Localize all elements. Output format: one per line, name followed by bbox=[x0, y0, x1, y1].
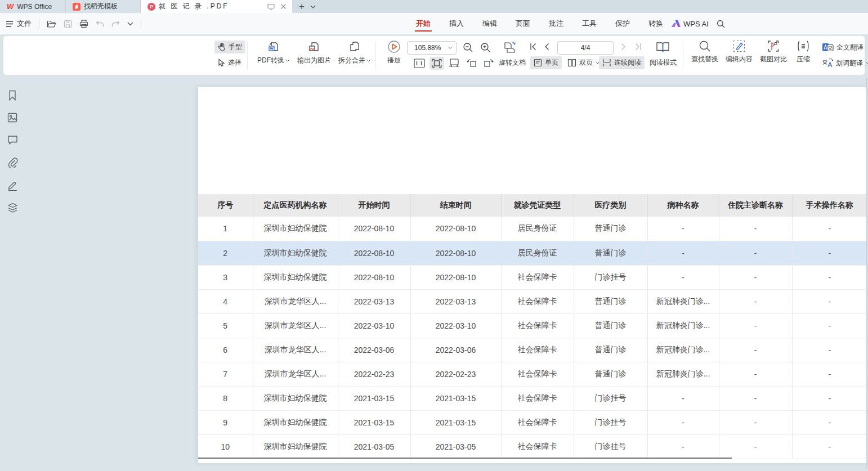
table-cell: - bbox=[792, 386, 867, 410]
continuous-read-button[interactable]: 连续阅读 bbox=[599, 56, 645, 69]
tab-list-chevron-icon[interactable] bbox=[310, 5, 316, 8]
table-cell: 新冠肺炎门诊... bbox=[647, 338, 719, 362]
monitor-icon[interactable] bbox=[267, 3, 275, 10]
play-button[interactable]: 播放 bbox=[382, 40, 406, 65]
actual-size-button[interactable] bbox=[414, 59, 425, 68]
table-cell: 2 bbox=[198, 241, 253, 265]
zoom-in-icon bbox=[480, 42, 491, 53]
cursor-icon bbox=[218, 59, 225, 67]
redo-icon[interactable] bbox=[111, 20, 120, 28]
select-tool-button[interactable]: 选择 bbox=[214, 56, 245, 69]
file-menu-button[interactable]: 文件 bbox=[6, 19, 32, 29]
table-header-cell: 定点医药机构名称 bbox=[253, 194, 338, 217]
swap-pages-button[interactable] bbox=[502, 41, 517, 54]
pdf-page: 序号定点医药机构名称开始时间结束时间就诊凭证类型医疗类别病种名称住院主诊断名称手… bbox=[198, 87, 867, 463]
open-folder-icon[interactable] bbox=[47, 20, 56, 28]
rotate-right-button[interactable] bbox=[483, 58, 494, 68]
table-cell: 深圳市龙华区人... bbox=[253, 289, 338, 313]
table-cell: - bbox=[647, 241, 719, 265]
full-translate-button[interactable]: 全文翻译 bbox=[818, 41, 867, 54]
word-translate-button[interactable]: 划词翻译 bbox=[818, 56, 868, 70]
table-row: 8深圳市妇幼保健院2021-03-152021-03-15社会保障卡门诊挂号--… bbox=[198, 386, 867, 410]
single-page-button[interactable]: 单页 bbox=[530, 56, 562, 69]
save-icon[interactable] bbox=[64, 20, 72, 28]
rotate-doc-button[interactable]: 旋转文档 bbox=[495, 56, 529, 69]
table-cell: - bbox=[719, 362, 792, 386]
one-to-one-icon bbox=[414, 59, 425, 68]
pdf-convert-button[interactable]: PDF转换 bbox=[255, 40, 292, 65]
undo-icon[interactable] bbox=[96, 20, 104, 28]
tab-document-pdf[interactable]: P 就 医 记 录 .PDF bbox=[141, 0, 262, 13]
wps-logo-icon: W bbox=[7, 2, 14, 11]
fit-page-button[interactable] bbox=[429, 57, 444, 70]
read-mode-icon-box[interactable] bbox=[655, 41, 670, 54]
table-cell: 新冠肺炎门诊... bbox=[647, 289, 719, 313]
table-cell: 深圳市龙华区人... bbox=[253, 338, 338, 362]
zoom-in-button[interactable] bbox=[480, 42, 491, 53]
table-cell: 居民身份证 bbox=[501, 217, 574, 241]
table-header-cell: 结束时间 bbox=[410, 194, 501, 217]
menu-tab-2[interactable]: 编辑 bbox=[481, 14, 498, 34]
next-page-button[interactable] bbox=[621, 43, 627, 51]
table-cell: 2022-03-06 bbox=[338, 338, 410, 362]
menu-tab-5[interactable]: 工具 bbox=[581, 14, 598, 34]
table-header-cell: 病种名称 bbox=[647, 194, 719, 217]
table-cell: 9 bbox=[198, 410, 253, 434]
split-merge-button[interactable]: 拆分合并 bbox=[336, 40, 373, 65]
table-header-cell: 住院主诊断名称 bbox=[719, 194, 792, 217]
menu-search-icon[interactable] bbox=[717, 20, 725, 28]
table-cell: - bbox=[719, 434, 792, 459]
export-image-button[interactable]: 输出为图片 bbox=[294, 40, 334, 65]
rotate-left-button[interactable] bbox=[467, 58, 477, 68]
double-page-button[interactable]: 双页 bbox=[564, 56, 603, 69]
menu-tab-3[interactable]: 页面 bbox=[514, 14, 531, 34]
layers-icon[interactable] bbox=[7, 203, 18, 213]
menu-tab-6[interactable]: 保护 bbox=[614, 14, 631, 34]
comment-icon[interactable] bbox=[7, 135, 18, 145]
screenshot-compare-button[interactable]: 截图对比 bbox=[757, 40, 790, 64]
table-cell: - bbox=[792, 241, 867, 265]
page-number-input[interactable] bbox=[557, 41, 614, 55]
attachment-icon[interactable] bbox=[7, 158, 18, 168]
last-page-button[interactable] bbox=[634, 43, 642, 51]
quickbar-chevron-icon[interactable] bbox=[127, 22, 133, 26]
chevron-down-icon bbox=[285, 59, 290, 62]
new-tab-button[interactable]: + bbox=[299, 2, 305, 11]
tab-label: WPS Office bbox=[17, 3, 52, 11]
edit-content-button[interactable]: 编辑内容 bbox=[723, 40, 755, 64]
fit-width-button[interactable] bbox=[449, 59, 460, 67]
tab-docer-templates[interactable]: 找稻壳模板 bbox=[66, 0, 141, 13]
menu-tab-0[interactable]: 开始 bbox=[415, 14, 432, 34]
prev-page-button[interactable] bbox=[544, 43, 549, 51]
hand-tool-button[interactable]: 手型 bbox=[214, 41, 245, 53]
table-cell: - bbox=[719, 313, 792, 338]
first-page-button[interactable] bbox=[529, 43, 537, 51]
zoom-out-button[interactable] bbox=[463, 42, 473, 53]
zoom-level-input[interactable] bbox=[408, 44, 448, 52]
read-mode-button[interactable]: 阅读模式 bbox=[646, 56, 680, 69]
close-tab-icon[interactable] bbox=[280, 3, 287, 10]
table-row: 6深圳市龙华区人...2022-03-062022-03-06社会保障卡普通门诊… bbox=[198, 338, 867, 362]
wps-ai-button[interactable]: WPS AI bbox=[672, 20, 709, 28]
bookmark-icon[interactable] bbox=[7, 90, 17, 101]
split-merge-icon bbox=[348, 40, 361, 53]
table-cell: 门诊挂号 bbox=[574, 386, 647, 410]
signature-icon[interactable] bbox=[7, 180, 18, 191]
vertical-scrollbar[interactable] bbox=[866, 78, 867, 469]
menu-tab-1[interactable]: 插入 bbox=[448, 14, 465, 34]
menu-tab-7[interactable]: 转换 bbox=[647, 14, 664, 34]
print-icon[interactable] bbox=[79, 20, 88, 28]
tab-wps-office[interactable]: W WPS Office bbox=[0, 0, 66, 13]
table-row: 9深圳市妇幼保健院2021-03-152021-03-15社会保障卡门诊挂号--… bbox=[198, 410, 867, 434]
find-replace-button[interactable]: 查找替换 bbox=[688, 40, 721, 64]
table-cell: - bbox=[792, 313, 867, 338]
compress-button[interactable]: 压缩 bbox=[791, 40, 816, 64]
thumbnail-icon[interactable] bbox=[7, 113, 17, 123]
zoom-level-combobox[interactable] bbox=[407, 41, 457, 55]
table-cell: 社会保障卡 bbox=[501, 410, 574, 434]
table-cell: 社会保障卡 bbox=[501, 313, 574, 338]
menu-tab-4[interactable]: 批注 bbox=[548, 14, 565, 34]
table-cell: 2021-03-15 bbox=[410, 386, 501, 410]
full-translate-icon bbox=[822, 42, 834, 52]
left-sidebar bbox=[0, 75, 25, 471]
